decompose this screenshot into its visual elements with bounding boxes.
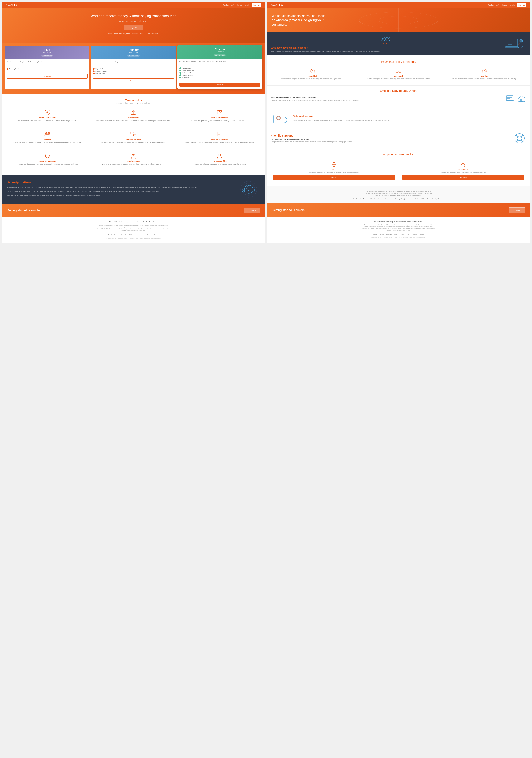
view-pricing-btn[interactable]: View pricing xyxy=(402,175,524,180)
footer-right: Financial institutions play an important… xyxy=(267,217,530,242)
footer-copyright-left: © 2015 Dwolla, Inc. · Privacy · Legal · … xyxy=(7,238,260,239)
plan-card-premium: Premium from $250 /m Advanced needs Idea… xyxy=(91,46,176,89)
contact-btn-custom[interactable]: Contact us xyxy=(180,83,260,86)
footer-support-left[interactable]: Support xyxy=(114,234,119,236)
plan-name-premium: Premium xyxy=(93,48,174,51)
contact-btn-premium[interactable]: Contact us xyxy=(93,78,174,83)
efficient-text: A fast, lightweight onboarding experienc… xyxy=(271,97,503,102)
feature-recurring: Recurring payments Collect or send recur… xyxy=(6,152,89,170)
testimonial-section: *By paying [the Iowa Department of Reven… xyxy=(267,187,530,203)
footer-disclaimer-title-right: Financial institutions play an important… xyxy=(272,221,525,223)
nav-api[interactable]: API xyxy=(231,4,234,6)
hero-signup-button[interactable]: Sign up xyxy=(124,25,143,30)
footer-careers-left[interactable]: Careers xyxy=(147,234,152,236)
footer-security-right[interactable]: Security xyxy=(386,234,392,236)
hero-right: We handle payments, so you can focus on … xyxy=(267,8,530,32)
nav-contact-right[interactable]: Contact xyxy=(501,4,508,6)
feature-desc-fees: Set your own percentage or flat fee from… xyxy=(179,120,260,122)
privacy-link-left[interactable]: Privacy xyxy=(118,238,122,239)
nav-login-right[interactable]: Log In xyxy=(510,4,515,6)
svg-point-4 xyxy=(219,112,220,113)
svg-point-50 xyxy=(517,136,522,141)
check-icon xyxy=(180,67,181,69)
left-column: DWOLLA Product API Contact Log In Sign u… xyxy=(2,2,265,243)
footer-contact-right[interactable]: Contact xyxy=(419,234,424,236)
plan-name-plus: Plus xyxy=(7,48,87,51)
anyone-section: Anyone can use Dwolla. Free Send and rec… xyxy=(267,148,530,187)
security-para-1: Dwolla's network puts you in control of … xyxy=(7,187,233,189)
feature-title-fees: Collect custom fees xyxy=(179,117,260,119)
footer-pricing-right[interactable]: Pricing xyxy=(394,234,398,236)
footer-pricing-left[interactable]: Pricing xyxy=(129,234,133,236)
simplified-title: Simplified xyxy=(272,75,353,77)
footer-nav-left: About Support Security Pricing Press Blo… xyxy=(7,234,260,237)
contact-btn-plus[interactable]: Contact us xyxy=(7,74,87,79)
footer-about-left[interactable]: About xyxy=(108,234,112,236)
plan-desc-custom: Our most popular package for high volume… xyxy=(180,60,260,66)
svg-rect-44 xyxy=(524,99,525,102)
feature-desc-transfers: Why wait 3-4 days? Transfer funds into t… xyxy=(93,141,174,144)
dark-section: MassPay What took days can take seconds.… xyxy=(267,32,530,55)
feature-desc-recurring: Collect or send recurring payments for s… xyxy=(7,163,88,165)
dark-section-text: MassPay What took days can take seconds.… xyxy=(271,35,500,52)
getting-started-cta-left[interactable]: Contact us xyxy=(244,208,260,213)
nav-contact[interactable]: Contact xyxy=(236,4,242,6)
check-icon xyxy=(180,72,181,74)
svg-rect-41 xyxy=(519,99,520,102)
profiles-icon xyxy=(216,153,223,159)
footer-about-right[interactable]: About xyxy=(373,234,377,236)
security-para-3: We monitor our network and systems caref… xyxy=(7,194,233,196)
check-icon xyxy=(180,74,181,76)
feature-title-support: Priority support xyxy=(93,160,174,162)
nav-api-right[interactable]: API xyxy=(496,4,499,6)
feature-item: Next day transfers xyxy=(93,70,174,72)
efficient-heading: Efficient. Easy-to-use. Direct. xyxy=(271,89,526,92)
check-icon xyxy=(93,73,95,74)
footer-security-left[interactable]: Security xyxy=(121,234,127,236)
legal-link-right[interactable]: Legal xyxy=(389,237,392,238)
security-para-2: In addition, Dwolla alerts users when a … xyxy=(7,190,233,192)
nav-product[interactable]: Product xyxy=(223,4,229,6)
payment-types: Simplified Secure, ready-to-use payment … xyxy=(271,67,526,81)
create-value-heading: Create value xyxy=(6,99,261,102)
nav-login[interactable]: Log In xyxy=(245,4,249,6)
signup-btn-free[interactable]: Sign up xyxy=(273,175,395,180)
footer-blog-right[interactable]: Blog xyxy=(407,234,410,236)
getting-started-cta-right[interactable]: Contact us xyxy=(509,207,525,213)
footer-careers-right[interactable]: Careers xyxy=(412,234,417,236)
nav-signup-btn[interactable]: Sign up xyxy=(252,3,261,7)
footer-press-left[interactable]: Press xyxy=(136,234,139,236)
svg-rect-20 xyxy=(252,189,255,191)
svg-point-27 xyxy=(387,37,389,39)
plan-desc-free: Send and receive one-time, recurring, or… xyxy=(273,171,395,173)
footer-press-right[interactable]: Press xyxy=(401,234,404,236)
plan-badge-premium: Advanced needs xyxy=(127,54,140,57)
footer-blog-left[interactable]: Blog xyxy=(142,234,145,236)
plan-cards: Free Send and receive one-time, recurrin… xyxy=(271,160,526,182)
payment-integrated: Integrated Powerful, custom payment solu… xyxy=(357,67,440,81)
check-icon xyxy=(180,77,181,78)
check-icon xyxy=(180,70,181,72)
nav-product-right[interactable]: Product xyxy=(488,4,494,6)
integrated-desc: Powerful, custom payment solutions that … xyxy=(358,78,439,80)
legal-link-left[interactable]: Legal xyxy=(124,238,127,239)
feature-label: Higher limits xyxy=(95,68,103,70)
feature-label: Custom limits xyxy=(182,67,190,69)
pricing-cards: Plus from $25/m Growing needs Everything… xyxy=(5,46,262,89)
transfers-icon xyxy=(130,131,137,137)
svg-point-6 xyxy=(45,132,46,133)
plan-free: Free Send and receive one-time, recurrin… xyxy=(271,160,397,182)
nav-signup-btn-right[interactable]: Sign up xyxy=(517,3,526,7)
svg-point-26 xyxy=(385,37,386,39)
recurring-icon xyxy=(44,153,51,159)
footer-support-right[interactable]: Support xyxy=(379,234,384,236)
feature-item: Priority support xyxy=(93,73,174,74)
dark-section-heading: What took days can take seconds. xyxy=(271,47,500,49)
payments-section: Payments to fit your needs. Simplified S… xyxy=(267,55,530,86)
card-footer-plus: Contact us xyxy=(5,72,89,81)
feature-item: Custom limits xyxy=(180,67,260,69)
plan-price-premium: from $250 /m xyxy=(93,52,174,53)
feature-higher-limits: Higher limits Let's set a maximum per-tr… xyxy=(92,108,175,127)
privacy-link-right[interactable]: Privacy xyxy=(383,237,387,238)
footer-contact-left[interactable]: Contact xyxy=(154,234,159,236)
